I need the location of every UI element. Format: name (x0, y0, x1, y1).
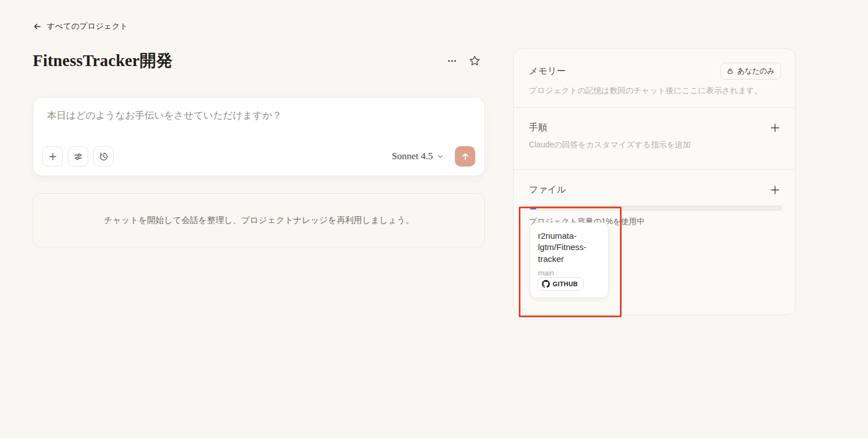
github-icon (542, 280, 550, 288)
instructions-title: 手順 (529, 122, 547, 134)
send-arrow-icon (461, 152, 470, 161)
sliders-icon (73, 152, 83, 161)
chat-input[interactable] (47, 109, 471, 142)
memory-title: メモリー (529, 65, 566, 77)
memory-visibility-badge[interactable]: あなたのみ (721, 63, 781, 80)
favorite-star-button[interactable] (468, 54, 481, 68)
star-icon (469, 55, 480, 67)
instructions-description: Claudeの回答をカスタマイズする指示を追加 (529, 140, 781, 150)
model-selector[interactable]: Sonnet 4.5 (392, 151, 444, 162)
add-instructions-button[interactable] (769, 121, 781, 134)
ellipsis-icon (446, 55, 458, 67)
history-clock-icon (99, 152, 108, 161)
add-file-button[interactable] (769, 183, 781, 196)
memory-visibility-label: あなたのみ (737, 66, 775, 76)
plus-icon (48, 152, 58, 161)
repo-name: r2numata-lgtm/Fitness-tracker (538, 230, 600, 265)
back-arrow-icon (33, 22, 42, 31)
repo-branch: main (538, 269, 600, 277)
back-link-label: すべてのプロジェクト (47, 21, 128, 32)
memory-description: プロジェクトの記憶は数回のチャット後にここに表示されます。 (529, 86, 781, 96)
plus-icon (770, 185, 780, 195)
model-name: Sonnet 4.5 (392, 151, 433, 162)
attach-button[interactable] (42, 146, 63, 167)
chevron-down-icon (437, 153, 444, 160)
lock-icon (727, 68, 734, 75)
github-file-card[interactable]: r2numata-lgtm/Fitness-tracker main GITHU… (530, 222, 609, 298)
github-source-badge: GITHUB (537, 277, 584, 291)
plus-icon (770, 122, 780, 133)
more-options-button[interactable] (445, 54, 459, 68)
bottom-strip (0, 438, 868, 442)
tools-button[interactable] (68, 146, 88, 167)
empty-chats-notice: チャットを開始して会話を整理し、プロジェクトナレッジを再利用しましょう。 (33, 193, 485, 247)
instructions-section: 手順 Claudeの回答をカスタマイズする指示を追加 (514, 107, 795, 169)
capacity-progress-fill (530, 207, 536, 209)
history-button[interactable] (93, 146, 114, 167)
send-button[interactable] (455, 146, 475, 167)
files-title: ファイル (529, 184, 566, 196)
back-to-projects-link[interactable]: すべてのプロジェクト (33, 21, 128, 32)
capacity-progress-bar (529, 205, 782, 211)
chat-composer: Sonnet 4.5 (33, 97, 485, 176)
project-header: FitnessTracker開発 (33, 50, 485, 72)
memory-section: メモリー あなたのみ プロジェクトの記憶は数回のチャット後にここに表示されます。 (514, 49, 795, 107)
page-title: FitnessTracker開発 (33, 50, 173, 72)
github-source-label: GITHUB (553, 281, 578, 287)
empty-chats-message: チャットを開始して会話を整理し、プロジェクトナレッジを再利用しましょう。 (104, 215, 414, 226)
